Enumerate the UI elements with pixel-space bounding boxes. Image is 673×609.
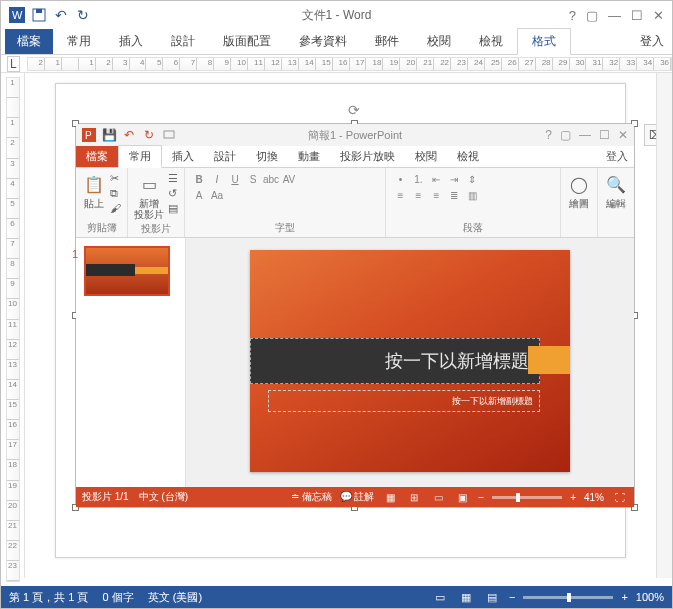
reset-icon[interactable]: ↺ [168, 187, 177, 200]
pp-sorter-view-icon[interactable]: ⊞ [406, 490, 422, 504]
pp-normal-view-icon[interactable]: ▦ [382, 490, 398, 504]
word-ruler-vertical[interactable]: 11234567891011121314151617181920212223 [1, 73, 25, 578]
line-spacing-icon[interactable]: ⇕ [464, 172, 480, 186]
slide[interactable]: 按一下以新增標題 按一下以新增副標題 [250, 250, 570, 472]
pp-ribbon-display-icon[interactable]: ▢ [560, 128, 571, 142]
pp-zoom-in-icon[interactable]: + [570, 492, 576, 503]
word-language[interactable]: 英文 (美國) [148, 590, 202, 605]
pp-notes-button[interactable]: ≐ 備忘稿 [291, 490, 332, 504]
align-center-icon[interactable]: ≡ [410, 188, 426, 202]
pp-tab-insert[interactable]: 插入 [162, 146, 204, 167]
format-painter-icon[interactable]: 🖌 [110, 202, 121, 214]
word-scrollbar[interactable] [656, 73, 672, 578]
pp-comments-button[interactable]: 💬 註解 [340, 490, 375, 504]
tab-mailings[interactable]: 郵件 [361, 29, 413, 54]
close-icon[interactable]: ✕ [653, 8, 664, 23]
slide-thumbnail[interactable]: 1 [84, 246, 170, 296]
pp-tab-design[interactable]: 設計 [204, 146, 246, 167]
layout-icon[interactable]: ☰ [168, 172, 178, 185]
maximize-icon[interactable]: ☐ [631, 8, 643, 23]
pp-zoom-value[interactable]: 41% [584, 492, 604, 503]
pp-tab-slideshow[interactable]: 投影片放映 [330, 146, 405, 167]
word-web-layout-icon[interactable]: ▤ [483, 589, 501, 605]
pp-maximize-icon[interactable]: ☐ [599, 128, 610, 142]
tab-home[interactable]: 常用 [53, 29, 105, 54]
undo-icon[interactable]: ↶ [51, 5, 71, 25]
word-zoom-in-icon[interactable]: + [621, 591, 627, 603]
pp-zoom-slider[interactable] [492, 496, 562, 499]
indent-inc-icon[interactable]: ⇥ [446, 172, 462, 186]
pp-close-icon[interactable]: ✕ [618, 128, 628, 142]
pp-minimize-icon[interactable]: ― [579, 128, 591, 142]
pp-redo-icon[interactable]: ↻ [140, 126, 158, 144]
pp-tab-file[interactable]: 檔案 [76, 146, 118, 167]
tab-design[interactable]: 設計 [157, 29, 209, 54]
pp-reading-view-icon[interactable]: ▭ [430, 490, 446, 504]
word-word-count[interactable]: 0 個字 [102, 590, 133, 605]
tab-view[interactable]: 檢視 [465, 29, 517, 54]
align-left-icon[interactable]: ≡ [392, 188, 408, 202]
word-zoom-slider[interactable] [523, 596, 613, 599]
bullets-icon[interactable]: • [392, 172, 408, 186]
numbering-icon[interactable]: 1. [410, 172, 426, 186]
pp-ribbon-tabs: 檔案 常用 插入 設計 切換 動畫 投影片放映 校閱 檢視 登入 [76, 146, 634, 168]
indent-dec-icon[interactable]: ⇤ [428, 172, 444, 186]
word-ruler-horizontal[interactable]: 2112345678910111213141516171819202122232… [1, 55, 672, 73]
cut-icon[interactable]: ✂ [110, 172, 119, 185]
redo-icon[interactable]: ↻ [73, 5, 93, 25]
pp-tab-home[interactable]: 常用 [118, 145, 162, 168]
word-zoom-out-icon[interactable]: − [509, 591, 515, 603]
drawing-button[interactable]: ◯ 繪圖 [567, 172, 591, 209]
highlight-icon[interactable]: Aa [209, 188, 225, 202]
pp-tab-transitions[interactable]: 切換 [246, 146, 288, 167]
title-placeholder[interactable]: 按一下以新增標題 [250, 338, 540, 384]
word-read-mode-icon[interactable]: ▭ [431, 589, 449, 605]
layout-options-icon[interactable]: ⌧ [644, 124, 656, 146]
align-right-icon[interactable]: ≡ [428, 188, 444, 202]
pp-tab-view[interactable]: 檢視 [447, 146, 489, 167]
editing-button[interactable]: 🔍 編輯 [604, 172, 628, 209]
word-print-layout-icon[interactable]: ▦ [457, 589, 475, 605]
pp-save-icon[interactable]: 💾 [100, 126, 118, 144]
italic-icon[interactable]: I [209, 172, 225, 186]
pp-zoom-out-icon[interactable]: − [478, 492, 484, 503]
word-signin[interactable]: 登入 [640, 33, 664, 50]
pp-language[interactable]: 中文 (台灣) [139, 490, 188, 504]
bold-icon[interactable]: B [191, 172, 207, 186]
ribbon-display-icon[interactable]: ▢ [586, 8, 598, 23]
help-icon[interactable]: ? [569, 8, 576, 23]
minimize-icon[interactable]: ― [608, 8, 621, 23]
pp-undo-icon[interactable]: ↶ [120, 126, 138, 144]
save-icon[interactable] [29, 5, 49, 25]
strike-icon[interactable]: S [245, 172, 261, 186]
pp-slide-indicator[interactable]: 投影片 1/1 [82, 490, 129, 504]
pp-slideshow-view-icon[interactable]: ▣ [454, 490, 470, 504]
paste-button[interactable]: 📋 貼上 [82, 172, 106, 209]
copy-icon[interactable]: ⧉ [110, 187, 118, 200]
pp-tab-animations[interactable]: 動畫 [288, 146, 330, 167]
tab-format[interactable]: 格式 [517, 28, 571, 55]
justify-icon[interactable]: ≣ [446, 188, 462, 202]
columns-icon[interactable]: ▥ [464, 188, 480, 202]
tab-insert[interactable]: 插入 [105, 29, 157, 54]
subtitle-placeholder[interactable]: 按一下以新增副標題 [268, 390, 540, 412]
word-zoom-value[interactable]: 100% [636, 591, 664, 603]
spacing-icon[interactable]: AV [281, 172, 297, 186]
tab-layout[interactable]: 版面配置 [209, 29, 285, 54]
embedded-object-frame[interactable]: ⟳ ⌧ P 💾 ↶ ↻ 簡報1 - PowerPoint [75, 123, 635, 508]
section-icon[interactable]: ▤ [168, 202, 178, 215]
pp-slideshow-icon[interactable] [160, 126, 178, 144]
pp-tab-review[interactable]: 校閱 [405, 146, 447, 167]
rotate-handle-icon[interactable]: ⟳ [348, 102, 362, 116]
underline-icon[interactable]: U [227, 172, 243, 186]
pp-fit-icon[interactable]: ⛶ [612, 490, 628, 504]
pp-help-icon[interactable]: ? [545, 128, 552, 142]
font-color-icon[interactable]: A [191, 188, 207, 202]
word-page-indicator[interactable]: 第 1 頁，共 1 頁 [9, 590, 88, 605]
shadow-icon[interactable]: abc [263, 172, 279, 186]
pp-signin[interactable]: 登入 [606, 149, 628, 164]
tab-review[interactable]: 校閱 [413, 29, 465, 54]
tab-file[interactable]: 檔案 [5, 29, 53, 54]
tab-references[interactable]: 參考資料 [285, 29, 361, 54]
new-slide-button[interactable]: ▭ 新增 投影片 [134, 172, 164, 220]
